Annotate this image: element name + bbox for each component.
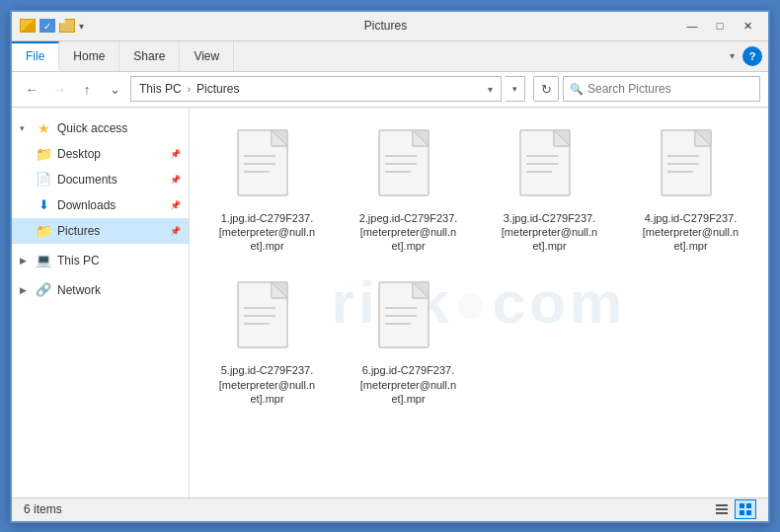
file-item-2[interactable]: 2.jpeg.id-C279F237.[meterpreter@null.net… [343, 119, 474, 263]
path-this-pc: This PC [139, 82, 182, 96]
downloads-pin-icon: 📌 [170, 200, 181, 210]
file-icon-3 [514, 128, 585, 207]
title-bar-icons: ✓ ▾ [20, 19, 84, 33]
up-button[interactable]: ↑ [75, 77, 99, 101]
ribbon-collapse-button[interactable]: ▾ [726, 48, 739, 63]
path-separator: › [188, 84, 191, 95]
content-area: risk●com 1.jpg.id-C279F237.[meterpreter@ [190, 108, 768, 497]
svg-rect-37 [716, 508, 728, 510]
file-item-5[interactable]: 5.jpg.id-C279F237.[meterpreter@null.net]… [201, 271, 333, 415]
svg-rect-39 [740, 503, 744, 508]
main-area: ▾ Quick access Desktop 📌 Documents 📌 Dow [12, 108, 768, 497]
maximize-button[interactable]: □ [707, 16, 733, 36]
file-icon-6 [373, 280, 444, 359]
title-bar: ✓ ▾ Pictures — □ ✕ [12, 12, 768, 41]
pc-icon [36, 253, 51, 268]
file-name-4: 4.jpg.id-C279F237.[meterpreter@null.net]… [642, 211, 741, 254]
documents-pin-icon: 📌 [170, 175, 181, 185]
file-name-6: 6.jpg.id-C279F237.[meterpreter@null.net]… [359, 363, 458, 406]
address-bar: ← → ↑ ⌄ This PC › Pictures ▾ ▾ ↻ 🔍 [12, 72, 768, 108]
ribbon-tabs: File Home Share View ▾ ? [12, 41, 768, 71]
address-path[interactable]: This PC › Pictures ▾ [130, 76, 502, 102]
pictures-pin-icon: 📌 [170, 226, 181, 236]
window-controls: — □ ✕ [679, 16, 760, 36]
sidebar-item-documents[interactable]: Documents 📌 [12, 167, 189, 192]
ribbon: File Home Share View ▾ ? [12, 41, 768, 72]
title-icon-1 [20, 19, 36, 33]
file-icon-4 [656, 128, 727, 207]
minimize-button[interactable]: — [679, 16, 705, 36]
title-icon-3 [59, 19, 75, 33]
recent-locations-button[interactable]: ⌄ [103, 77, 126, 101]
file-name-2: 2.jpeg.id-C279F237.[meterpreter@null.net… [359, 211, 458, 254]
item-count: 6 items [24, 502, 62, 516]
file-explorer-window: ✓ ▾ Pictures — □ ✕ File Home Share View [10, 10, 770, 523]
path-pictures: Pictures [196, 82, 239, 96]
documents-folder-icon [36, 172, 51, 188]
quick-access-section: ▾ Quick access Desktop 📌 Documents 📌 Dow [12, 115, 189, 244]
network-section: ▶ Network [12, 277, 189, 303]
file-icon-5 [232, 280, 303, 359]
sidebar-item-pictures[interactable]: Pictures 📌 [12, 218, 189, 244]
tab-file[interactable]: File [12, 41, 59, 71]
desktop-folder-icon [36, 146, 51, 162]
window-title: Pictures [92, 19, 679, 33]
tab-home[interactable]: Home [59, 41, 119, 71]
svg-rect-36 [716, 504, 728, 506]
svg-rect-41 [740, 510, 744, 515]
pictures-folder-icon [36, 223, 51, 239]
view-toggle-buttons [711, 499, 756, 519]
search-input[interactable] [587, 82, 753, 96]
file-item-6[interactable]: 6.jpg.id-C279F237.[meterpreter@null.net]… [343, 271, 474, 415]
sidebar: ▾ Quick access Desktop 📌 Documents 📌 Dow [12, 108, 190, 497]
large-icons-view-button[interactable] [735, 499, 756, 519]
network-chevron: ▶ [20, 285, 30, 295]
status-bar: 6 items [12, 497, 768, 521]
sidebar-item-desktop[interactable]: Desktop 📌 [12, 141, 189, 167]
path-dropdown-chevron: ▾ [488, 84, 493, 95]
svg-rect-42 [746, 510, 751, 515]
list-view-button[interactable] [711, 499, 733, 519]
search-icon: 🔍 [570, 83, 584, 96]
network-icon [36, 282, 51, 298]
desktop-pin-icon: 📌 [170, 149, 181, 159]
file-item-1[interactable]: 1.jpg.id-C279F237.[meterpreter@null.net]… [201, 119, 333, 263]
refresh-button[interactable]: ↻ [533, 76, 559, 102]
files-grid: 1.jpg.id-C279F237.[meterpreter@null.net]… [201, 119, 756, 416]
sidebar-item-network[interactable]: ▶ Network [12, 277, 189, 303]
svg-rect-38 [716, 512, 728, 514]
svg-rect-40 [746, 503, 751, 508]
file-icon-1 [232, 128, 303, 207]
file-item-4[interactable]: 4.jpg.id-C279F237.[meterpreter@null.net]… [625, 119, 756, 263]
help-button[interactable]: ? [742, 46, 762, 66]
search-box[interactable]: 🔍 [563, 76, 760, 102]
tab-share[interactable]: Share [119, 41, 180, 71]
ribbon-right: ▾ ? [726, 41, 768, 71]
file-name-1: 1.jpg.id-C279F237.[meterpreter@null.net]… [218, 211, 317, 254]
title-icon-2: ✓ [39, 19, 55, 33]
file-item-3[interactable]: 3.jpg.id-C279F237.[meterpreter@null.net]… [484, 119, 615, 263]
close-button[interactable]: ✕ [735, 16, 760, 36]
downloads-folder-icon [36, 197, 51, 213]
file-name-3: 3.jpg.id-C279F237.[meterpreter@null.net]… [501, 211, 599, 254]
sidebar-item-downloads[interactable]: Downloads 📌 [12, 192, 189, 218]
file-name-5: 5.jpg.id-C279F237.[meterpreter@null.net]… [218, 363, 317, 406]
title-dropdown-arrow[interactable]: ▾ [79, 21, 84, 32]
sidebar-item-quick-access[interactable]: ▾ Quick access [12, 115, 189, 141]
file-icon-2 [373, 128, 444, 207]
quick-access-chevron: ▾ [20, 123, 30, 133]
sidebar-item-this-pc[interactable]: ▶ This PC [12, 248, 189, 273]
forward-button[interactable]: → [47, 77, 71, 101]
this-pc-chevron: ▶ [20, 256, 30, 266]
back-button[interactable]: ← [20, 77, 43, 101]
tab-view[interactable]: View [180, 41, 234, 71]
this-pc-section: ▶ This PC [12, 248, 189, 273]
quick-access-star-icon [36, 120, 51, 136]
address-dropdown-button[interactable]: ▾ [506, 76, 525, 102]
